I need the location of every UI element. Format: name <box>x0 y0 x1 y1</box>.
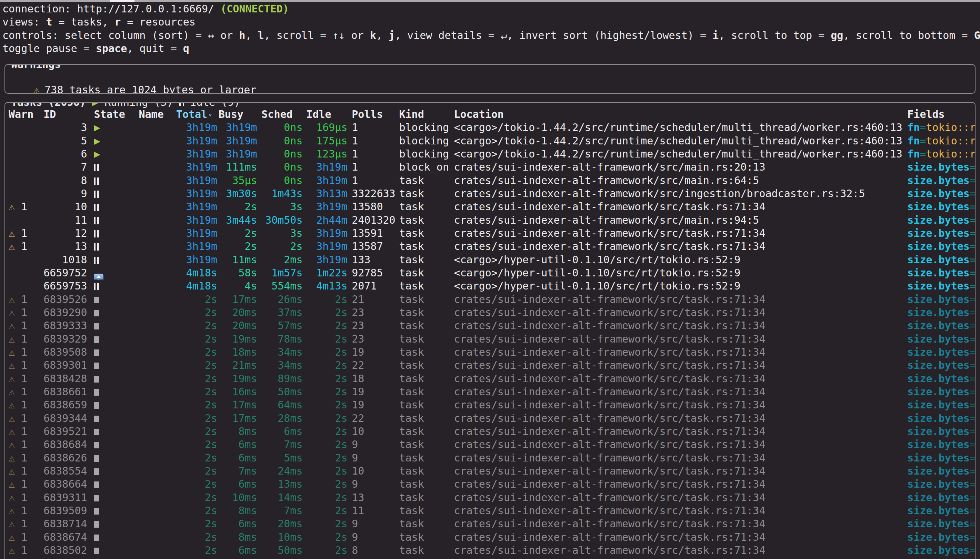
cell-warn: ⚠ 1 <box>8 346 37 359</box>
cell-idle: 3h13m <box>306 187 347 200</box>
text-segment: (CONNECTED) <box>220 3 289 15</box>
cell-location: crates/sui-indexer-alt-framework/src/tas… <box>454 412 906 425</box>
duration-value: 3m44s <box>226 214 257 226</box>
warning-icon: ⚠ <box>8 359 15 371</box>
task-row-6839521[interactable]: ⚠ 168395212s8ms6ms2s10taskcrates/sui-ind… <box>8 425 975 438</box>
task-row-5[interactable]: 5▶3h19m3h19m0ns175µs1blocking<cargo>/tok… <box>8 134 975 147</box>
cell-idle: 123µs <box>306 147 347 160</box>
cell-sched: 554ms <box>262 280 303 293</box>
cell-fields: size.bytes= <box>907 452 975 465</box>
task-row-6839290[interactable]: ⚠ 168392902s20ms37ms2s23taskcrates/sui-i… <box>8 306 975 319</box>
cell-polls: 9 <box>352 478 397 491</box>
task-row-6839301[interactable]: ⚠ 168393012s21ms34ms2s22taskcrates/sui-i… <box>8 359 975 372</box>
task-row-6839333[interactable]: ⚠ 168393332s20ms57ms2s23taskcrates/sui-i… <box>8 319 975 332</box>
task-row-6838661[interactable]: ⚠ 168386612s16ms50ms2s19taskcrates/sui-i… <box>8 385 975 399</box>
task-row-6839344[interactable]: ⚠ 168393442s17ms28ms2s22taskcrates/sui-i… <box>8 412 975 425</box>
task-row-6659752[interactable]: 66597524m18s58s1m57s1m22s92785task<cargo… <box>8 266 975 280</box>
duration-value: 21ms <box>232 359 257 371</box>
column-header-busy[interactable]: Busy <box>219 108 257 121</box>
paused-icon <box>94 257 99 264</box>
column-header-sched[interactable]: Sched <box>262 108 303 121</box>
warning-icon: ⚠ <box>8 399 15 411</box>
cell-fields: size.bytes= <box>907 425 975 438</box>
task-row-6839311[interactable]: ⚠ 168393112s10ms14ms2s13taskcrates/sui-i… <box>8 491 975 504</box>
task-row-6839508[interactable]: ⚠ 168395082s18ms34ms2s19taskcrates/sui-i… <box>8 346 975 359</box>
cell-busy: 21ms <box>219 359 257 372</box>
field-eq: = <box>970 504 975 517</box>
cell-busy: 17ms <box>219 399 257 412</box>
task-row-6839509[interactable]: ⚠ 168395092s8ms7ms2s11taskcrates/sui-ind… <box>8 504 975 517</box>
column-header-id[interactable]: ID <box>43 108 87 121</box>
task-row-8[interactable]: 83h19m35µs0ns3h19m1taskcrates/sui-indexe… <box>8 174 975 187</box>
cell-total: 2s <box>176 293 217 306</box>
cell-polls: 9 <box>352 517 397 530</box>
duration-value: 20ms <box>232 319 257 332</box>
column-header-fields[interactable]: Fields <box>907 108 975 121</box>
cell-busy: 16ms <box>219 385 257 399</box>
task-row-6838664[interactable]: ⚠ 168386642s6ms13ms2s9taskcrates/sui-ind… <box>8 478 975 491</box>
duration-value: 2s <box>335 544 347 556</box>
column-header-warn[interactable]: Warn <box>8 108 37 121</box>
tasks-table: WarnIDStateNameTotal▿BusySchedIdlePollsK… <box>8 108 975 557</box>
task-row-6838674[interactable]: ⚠ 168386742s8ms10ms2s9taskcrates/sui-ind… <box>8 531 975 544</box>
key-hint: h <box>239 29 245 41</box>
duration-value: 3h19m <box>186 121 217 133</box>
task-row-6838428[interactable]: ⚠ 168384282s19ms89ms2s18taskcrates/sui-i… <box>8 372 975 385</box>
cell-id: 6838554 <box>43 465 87 478</box>
duration-value: 2s <box>335 452 347 464</box>
task-row-6838714[interactable]: ⚠ 168387142s6ms20ms2s9taskcrates/sui-ind… <box>8 517 975 530</box>
cell-sched: 0ns <box>262 174 303 187</box>
task-row-6838626[interactable]: ⚠ 168386262s6ms5ms2s9taskcrates/sui-inde… <box>8 452 975 465</box>
task-row-13[interactable]: ⚠ 1133h19m2s2s3h19m13587taskcrates/sui-i… <box>8 240 975 253</box>
task-row-10[interactable]: ⚠ 1103h19m2s3s3h19m13580taskcrates/sui-i… <box>8 200 975 213</box>
task-row-3[interactable]: 3▶3h19m3h19m0ns169µs1blocking<cargo>/tok… <box>8 121 975 134</box>
task-row-6839526[interactable]: ⚠ 168395262s17ms26ms2s21taskcrates/sui-i… <box>8 293 975 306</box>
task-row-7[interactable]: 73h19m111ms0ns3h19m1block_oncrates/sui-i… <box>8 160 975 174</box>
task-row-6838684[interactable]: ⚠ 168386842s6ms7ms2s9taskcrates/sui-inde… <box>8 438 975 451</box>
column-header-total[interactable]: Total▿ <box>176 108 217 121</box>
cell-sched: 34ms <box>262 346 303 359</box>
column-header-state[interactable]: State <box>94 108 131 121</box>
duration-value: 28ms <box>278 412 303 424</box>
column-header-kind[interactable]: Kind <box>399 108 452 121</box>
task-row-9[interactable]: 93h19m3m30s1m43s3h13m3322633taskcrates/s… <box>8 187 975 200</box>
column-header-name[interactable]: Name <box>139 108 171 121</box>
cell-busy: 6ms <box>219 544 257 557</box>
cell-busy: 6ms <box>219 452 257 465</box>
cell-location: crates/sui-indexer-alt-framework/src/tas… <box>454 452 906 465</box>
field-eq: = <box>970 187 975 200</box>
cell-warn <box>8 160 37 174</box>
field-name: size.bytes <box>907 187 970 200</box>
duration-value: 554ms <box>271 280 303 292</box>
task-row-6[interactable]: 6▶3h19m3h19m0ns123µs1blocking<cargo>/tok… <box>8 147 975 160</box>
cell-kind: task <box>399 280 452 293</box>
column-header-location[interactable]: Location <box>454 108 906 121</box>
column-header-idle[interactable]: Idle <box>306 108 347 121</box>
cell-fields: size.bytes= <box>907 346 975 359</box>
cell-polls: 1 <box>352 134 397 147</box>
cell-fields: size.bytes= <box>907 187 975 200</box>
cell-state <box>94 491 131 504</box>
cell-polls: 133 <box>352 253 397 266</box>
completed-icon <box>94 508 99 514</box>
task-row-11[interactable]: 113h19m3m44s30m50s2h44m2401320taskcrates… <box>8 214 975 227</box>
running-icon: ▶ <box>94 135 100 147</box>
text-segment: , scroll = <box>264 29 333 41</box>
column-header-polls[interactable]: Polls <box>352 108 397 121</box>
task-row-1018[interactable]: 10183h19m11ms2ms3h19m133task<cargo>/hype… <box>8 253 975 266</box>
key-hint: q <box>183 42 189 55</box>
cell-state <box>94 280 131 293</box>
task-row-6659753[interactable]: 66597534m18s4s554ms4m13s2071task<cargo>/… <box>8 280 975 293</box>
cell-state <box>94 227 131 240</box>
duration-value: 2s <box>335 399 347 411</box>
duration-value: 0ns <box>284 174 303 187</box>
field-name: size.bytes <box>907 425 970 437</box>
task-row-6838659[interactable]: ⚠ 168386592s17ms64ms2s19taskcrates/sui-i… <box>8 399 975 412</box>
task-row-12[interactable]: ⚠ 1123h19m2s3s3h19m13591taskcrates/sui-i… <box>8 227 975 240</box>
cell-sched: 0ns <box>262 160 303 174</box>
cell-busy: 7ms <box>219 465 257 478</box>
task-row-6838502[interactable]: ⚠ 168385022s6ms50ms2s8taskcrates/sui-ind… <box>8 544 975 557</box>
cell-idle: 2s <box>306 544 347 557</box>
task-row-6839329[interactable]: ⚠ 168393292s19ms78ms2s23taskcrates/sui-i… <box>8 332 975 346</box>
task-row-6838554[interactable]: ⚠ 168385542s7ms24ms2s10taskcrates/sui-in… <box>8 465 975 478</box>
